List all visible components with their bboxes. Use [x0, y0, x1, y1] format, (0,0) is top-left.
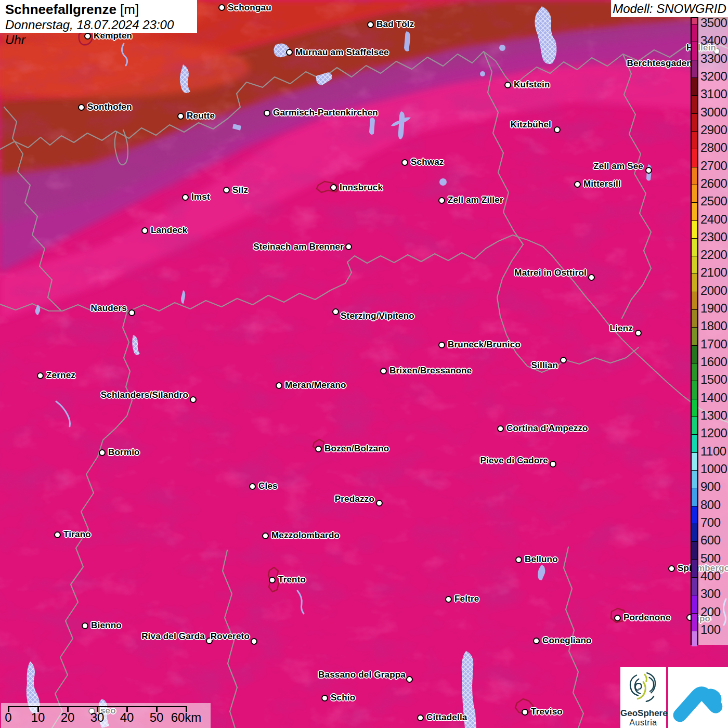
- geosphere-logo-text: GeoSphere: [620, 709, 666, 718]
- colorbar-tick-label: 2900: [700, 123, 727, 137]
- colorbar-tick-label: 600: [700, 533, 721, 548]
- colorbar-tick-label: 3200: [700, 69, 727, 84]
- colorbar-segment: [692, 541, 697, 560]
- colorbar-tick-label: 2200: [700, 248, 727, 262]
- city-label: Schlanders/Silandro: [101, 390, 188, 400]
- colorbar-tick-label: 700: [700, 515, 721, 530]
- page-title: Schneefallgrenze [m]: [5, 2, 192, 17]
- city-label: Riva del Garda: [141, 631, 205, 642]
- city-dot: [614, 615, 621, 621]
- distance-scalebar: 0102030405060km: [1, 703, 211, 728]
- colorbar-segment: [692, 417, 697, 435]
- city-dot: [321, 695, 328, 701]
- city-dot: [218, 4, 225, 11]
- colorbar-segment: [692, 274, 697, 292]
- city-dot: [264, 110, 270, 116]
- colorbar-tick-label: 1800: [700, 319, 727, 333]
- city-label: Predazzo: [335, 494, 374, 504]
- geosphere-contour-icon: [625, 669, 662, 707]
- city-label: Trento: [278, 575, 306, 585]
- city-label: Mittersill: [583, 179, 621, 189]
- colorbar-tick-label: 2500: [700, 194, 727, 209]
- city-label: Silz: [232, 185, 248, 196]
- scalebar-tick-label: 50: [150, 710, 164, 725]
- city-dot: [345, 243, 352, 250]
- colorbar-segment: [692, 434, 697, 452]
- city-label: Zernez: [46, 370, 75, 381]
- colorbar-tick-label: 3400: [700, 33, 727, 48]
- city-dot: [269, 577, 276, 583]
- colorbar-tick-label: 500: [700, 551, 721, 566]
- city-label: Cles: [258, 481, 278, 491]
- city-label: Garmisch-Partenkirchen: [273, 108, 378, 118]
- colorbar-tick-label: 300: [700, 587, 721, 601]
- colorbar-tick-label: 2100: [700, 265, 727, 280]
- colorbar-segment: [692, 613, 697, 631]
- colorbar-segment: [692, 577, 697, 595]
- scalebar-tick-label: 40: [120, 710, 134, 725]
- city-dot: [645, 167, 652, 174]
- city-label: Tirano: [63, 529, 91, 540]
- colorbar-segment: [692, 560, 697, 578]
- city-dot: [262, 532, 269, 539]
- city-dot: [330, 184, 337, 191]
- elevation-colorbar: [691, 17, 698, 645]
- colorbar-tick-label: 2300: [700, 230, 727, 244]
- colorbar-tick-label: 2800: [700, 140, 727, 155]
- colorbar-tick-label: 200: [700, 605, 721, 619]
- colorbar-segment: [692, 595, 697, 613]
- city-dot: [588, 274, 595, 281]
- colorbar-tick-label: 1900: [700, 301, 727, 316]
- city-dot: [504, 82, 511, 88]
- city-label: Innsbruck: [340, 183, 383, 193]
- geosphere-logo: GeoSphere Austria: [620, 667, 666, 728]
- colorbar-segment: [692, 524, 697, 542]
- city-dot: [223, 187, 230, 193]
- city-label: Meran/Merano: [285, 380, 346, 391]
- city-label: Mezzolombardo: [271, 530, 340, 541]
- city-dot: [54, 531, 61, 538]
- scalebar-tick-label: 10: [31, 710, 45, 725]
- city-label: Sonthofen: [87, 102, 132, 112]
- partner-logo: [668, 667, 728, 728]
- city-label: Bormio: [108, 447, 140, 458]
- city-dot: [497, 425, 504, 432]
- colorbar-segment: [692, 18, 697, 24]
- city-dot: [417, 714, 424, 721]
- city-label: Bruneck/Brunico: [448, 340, 521, 350]
- colorbar-segment: [692, 488, 697, 506]
- colorbar-segment: [692, 256, 697, 274]
- city-dot: [367, 21, 374, 28]
- city-dot: [560, 357, 567, 363]
- city-dot: [380, 368, 387, 374]
- city-dot: [78, 104, 85, 111]
- colorbar-tick-label: 800: [700, 498, 721, 512]
- model-label: Modell: SNOWGRID: [611, 0, 728, 17]
- city-dot: [406, 676, 413, 683]
- city-dot: [37, 372, 44, 379]
- city-label: Nauders: [91, 303, 127, 314]
- colorbar-tick-label: 900: [700, 479, 721, 494]
- city-label: Bozen/Bolzano: [324, 444, 389, 454]
- colorbar-tick-label: 2400: [700, 212, 727, 227]
- city-dot: [315, 446, 322, 452]
- colorbar-tick-label: 2600: [700, 176, 727, 191]
- city-label: Kufstein: [514, 80, 550, 90]
- colorbar-tick-label: 1100: [700, 444, 726, 459]
- colorbar-tick-label: 2000: [700, 283, 727, 298]
- city-label: Bad Tölz: [376, 19, 414, 30]
- city-label: Schongau: [228, 3, 271, 13]
- colorbar-tick-label: 1600: [700, 355, 727, 369]
- colorbar-tick-label: 1500: [700, 372, 727, 387]
- city-dot: [99, 449, 106, 456]
- city-dot: [550, 461, 556, 467]
- city-label: Feltre: [454, 594, 479, 604]
- colorbar-segment: [692, 381, 697, 399]
- colorbar-segment: [692, 60, 697, 78]
- colorbar-tick-label: 1300: [700, 408, 727, 423]
- colorbar-segment: [692, 113, 697, 132]
- city-label: Reutte: [187, 111, 215, 121]
- colorbar-tick-label: 1400: [700, 391, 727, 405]
- city-label: Sillian: [531, 360, 558, 371]
- city-label: Landeck: [151, 225, 187, 236]
